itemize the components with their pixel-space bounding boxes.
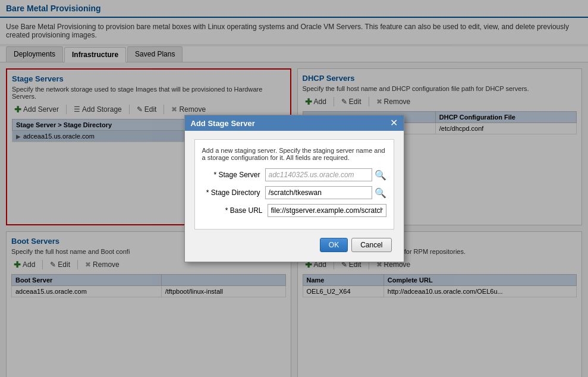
- dialog-body: Add a new staging server. Specify the st…: [194, 139, 394, 230]
- stage-directory-label: * Stage Directory: [202, 188, 265, 197]
- base-url-input-wrap: [268, 204, 386, 217]
- cancel-button[interactable]: Cancel: [351, 238, 391, 252]
- stage-directory-input-wrap: 🔍: [265, 186, 386, 199]
- dialog-titlebar: Add Stage Server ✕: [185, 115, 404, 131]
- dialog-overlay: Add Stage Server ✕ Add a new staging ser…: [0, 0, 588, 377]
- stage-server-input-wrap: 🔍: [265, 168, 386, 181]
- base-url-row: * Base URL: [202, 204, 386, 217]
- add-stage-server-dialog: Add Stage Server ✕ Add a new staging ser…: [184, 115, 404, 262]
- search-icon-stage[interactable]: 🔍: [375, 169, 386, 181]
- search-icon-dir[interactable]: 🔍: [375, 187, 386, 199]
- ok-button[interactable]: OK: [320, 238, 348, 252]
- stage-server-input[interactable]: [265, 168, 372, 181]
- stage-directory-input[interactable]: [265, 186, 372, 199]
- dialog-title: Add Stage Server: [191, 119, 255, 128]
- stage-server-row: * Stage Server 🔍: [202, 168, 386, 181]
- dialog-close-button[interactable]: ✕: [390, 118, 398, 128]
- stage-directory-row: * Stage Directory 🔍: [202, 186, 386, 199]
- stage-server-label: * Stage Server: [202, 171, 265, 179]
- dialog-footer: OK Cancel: [191, 233, 398, 257]
- base-url-label: * Base URL: [202, 206, 268, 215]
- dialog-description: Add a new staging server. Specify the st…: [202, 147, 386, 161]
- base-url-input[interactable]: [268, 204, 386, 217]
